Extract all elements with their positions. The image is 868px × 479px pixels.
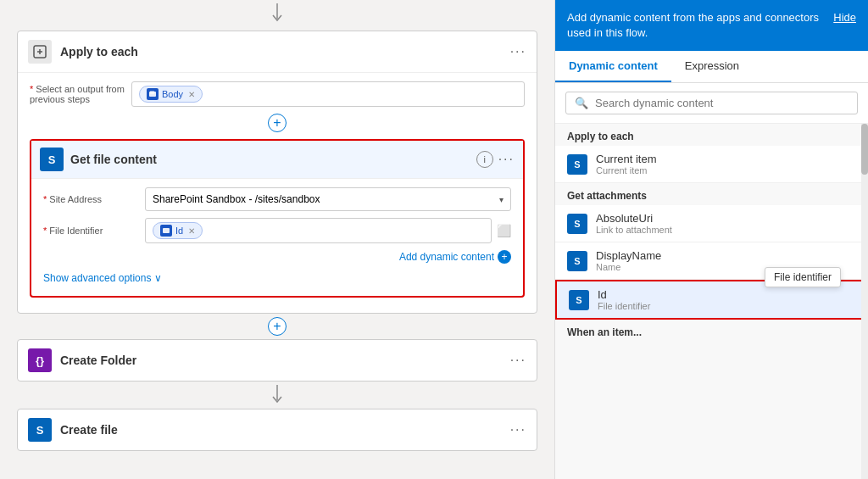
current-item-text: Current item Current item bbox=[596, 153, 856, 175]
select-output-value[interactable]: Body ✕ bbox=[131, 81, 525, 107]
create-file-header: S Create file ··· bbox=[18, 409, 537, 450]
select-output-row: * Select an output from previous steps B… bbox=[30, 81, 525, 107]
hide-button[interactable]: Hide bbox=[833, 10, 856, 25]
absolute-uri-name: AbsoluteUri bbox=[596, 212, 856, 225]
scrollbar-thumb[interactable] bbox=[861, 124, 868, 175]
get-file-content-body: * Site Address SharePoint Sandbox - /sit… bbox=[31, 179, 523, 296]
site-address-row: * Site Address SharePoint Sandbox - /sit… bbox=[43, 187, 511, 211]
body-token[interactable]: Body ✕ bbox=[139, 86, 203, 103]
create-file-icon: S bbox=[28, 418, 52, 442]
right-panel: Add dynamic content from the apps and co… bbox=[554, 0, 868, 479]
site-address-value[interactable]: SharePoint Sandbox - /sites/sandbox ▾ bbox=[145, 187, 511, 211]
id-text: Id File identifier bbox=[598, 288, 854, 311]
right-panel-header: Add dynamic content from the apps and co… bbox=[555, 0, 868, 51]
show-advanced-label: Show advanced options bbox=[43, 272, 151, 284]
create-folder-dots[interactable]: ··· bbox=[510, 353, 526, 368]
apply-each-header: Apply to each ··· bbox=[18, 31, 537, 73]
file-identifier-folder[interactable]: ⬜ bbox=[497, 224, 511, 237]
get-file-content-icon: S bbox=[40, 148, 64, 171]
section-get-attachments: Get attachments bbox=[555, 183, 868, 205]
apply-each-dots[interactable]: ··· bbox=[510, 44, 526, 59]
add-dynamic-label: Add dynamic content bbox=[399, 251, 494, 263]
create-folder-icon: {} bbox=[28, 348, 52, 372]
dynamic-item-current-item[interactable]: S Current item Current item bbox=[555, 146, 868, 183]
id-icon: S bbox=[569, 290, 589, 310]
plus-circle-1[interactable]: + bbox=[268, 317, 287, 336]
create-folder-header: {} Create Folder ··· bbox=[18, 340, 537, 381]
connector-plus-1[interactable]: + bbox=[17, 317, 537, 336]
add-dynamic-link[interactable]: Add dynamic content + bbox=[43, 250, 511, 264]
section-apply-to-each: Apply to each bbox=[555, 124, 868, 146]
id-token[interactable]: Id ✕ bbox=[153, 222, 203, 239]
create-folder-card: {} Create Folder ··· bbox=[17, 339, 537, 382]
right-panel-tabs: Dynamic content Expression bbox=[555, 51, 868, 83]
dynamic-item-id[interactable]: S Id File identifier File identifier bbox=[555, 280, 868, 320]
right-panel-search: 🔍 bbox=[555, 83, 868, 124]
display-name-icon: S bbox=[567, 251, 587, 271]
inner-plus-circle[interactable]: + bbox=[268, 114, 287, 132]
current-item-icon: S bbox=[567, 154, 587, 175]
absolute-uri-icon: S bbox=[567, 214, 587, 234]
site-address-label: * Site Address bbox=[43, 194, 145, 204]
select-output-label: * Select an output from previous steps bbox=[30, 84, 131, 104]
id-desc: File identifier bbox=[598, 301, 854, 311]
create-file-card: S Create file ··· bbox=[17, 409, 537, 451]
top-arrow bbox=[17, 0, 537, 31]
search-input[interactable] bbox=[595, 97, 849, 109]
section-when-item: When an item... bbox=[555, 320, 868, 342]
add-dynamic-plus-icon: + bbox=[498, 250, 511, 264]
apply-each-card: Apply to each ··· * Select an output fro… bbox=[17, 31, 537, 314]
id-token-icon bbox=[160, 225, 172, 237]
id-name: Id bbox=[598, 288, 854, 301]
get-file-content-card: S Get file content i ··· * Site Address … bbox=[30, 139, 525, 298]
apply-each-icon bbox=[28, 40, 52, 64]
absolute-uri-desc: Link to attachment bbox=[596, 225, 856, 235]
get-file-content-dots[interactable]: ··· bbox=[498, 152, 515, 167]
create-file-title: Create file bbox=[60, 423, 510, 437]
get-file-content-header: S Get file content i ··· bbox=[31, 141, 523, 179]
current-item-name: Current item bbox=[596, 153, 856, 165]
flow-arrow-1 bbox=[17, 382, 537, 409]
create-folder-title: Create Folder bbox=[60, 354, 510, 367]
apply-each-body: * Select an output from previous steps B… bbox=[18, 73, 537, 313]
right-panel-header-text: Add dynamic content from the apps and co… bbox=[567, 10, 823, 41]
get-file-content-title: Get file content bbox=[70, 153, 476, 166]
id-token-close[interactable]: ✕ bbox=[188, 226, 195, 236]
site-address-text: SharePoint Sandbox - /sites/sandbox bbox=[153, 193, 320, 205]
show-advanced-link[interactable]: Show advanced options ∨ bbox=[43, 269, 511, 287]
search-icon: 🔍 bbox=[575, 97, 588, 109]
id-tooltip: File identifier bbox=[765, 267, 841, 287]
absolute-uri-text: AbsoluteUri Link to attachment bbox=[596, 212, 856, 235]
create-file-dots[interactable]: ··· bbox=[510, 422, 526, 437]
file-identifier-row: * File Identifier Id ✕ bbox=[43, 218, 511, 243]
body-token-label: Body bbox=[162, 89, 183, 99]
show-advanced-chevron: ∨ bbox=[154, 272, 162, 284]
get-file-content-info[interactable]: i bbox=[476, 151, 493, 168]
svg-rect-4 bbox=[163, 228, 170, 233]
inner-connector-plus[interactable]: + bbox=[30, 114, 525, 132]
scrollbar-track[interactable] bbox=[861, 124, 868, 479]
right-panel-content: Apply to each S Current item Current ite… bbox=[555, 124, 868, 479]
folder-icon[interactable]: ⬜ bbox=[497, 224, 511, 237]
body-token-close[interactable]: ✕ bbox=[188, 90, 195, 99]
display-name-name: DisplayName bbox=[596, 249, 856, 262]
file-identifier-label: * File Identifier bbox=[43, 226, 145, 236]
tab-expression[interactable]: Expression bbox=[671, 51, 753, 82]
tab-dynamic-content[interactable]: Dynamic content bbox=[555, 51, 671, 82]
site-address-chevron: ▾ bbox=[499, 195, 504, 204]
file-identifier-value[interactable]: Id ✕ bbox=[145, 218, 492, 243]
body-token-icon bbox=[147, 88, 159, 100]
dynamic-item-absolute-uri[interactable]: S AbsoluteUri Link to attachment bbox=[555, 205, 868, 242]
current-item-desc: Current item bbox=[596, 165, 856, 175]
id-token-label: Id bbox=[175, 226, 183, 236]
apply-each-title: Apply to each bbox=[60, 45, 510, 58]
search-box[interactable]: 🔍 bbox=[565, 92, 858, 114]
svg-rect-3 bbox=[150, 91, 154, 94]
left-panel: Apply to each ··· * Select an output fro… bbox=[0, 0, 554, 479]
